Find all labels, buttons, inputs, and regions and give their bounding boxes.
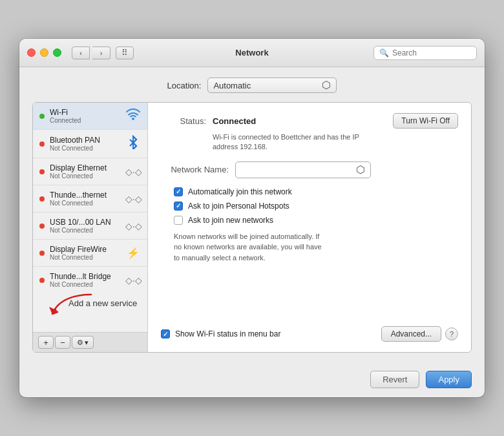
join-new-networks-label: Ask to join new networks [188, 216, 273, 225]
ethernet-icon-1: ◇·◇ [125, 167, 141, 177]
apply-button[interactable]: Apply [426, 371, 472, 388]
sidebar-item-name-wifi: Wi-Fi [50, 108, 120, 117]
status-description: Wi-Fi is connected to Boettcher and has … [213, 132, 458, 152]
location-row: Location: Automatic ⬡ [32, 78, 472, 93]
gear-menu-button[interactable]: ⚙ ▾ [72, 336, 94, 349]
location-select[interactable]: Automatic ⬡ [207, 78, 337, 93]
sidebar-item-info-tb-bridge: Thunde...lt Bridge Not Connected [50, 272, 120, 288]
sidebar-item-bluetooth[interactable]: Bluetooth PAN Not Connected [33, 130, 147, 158]
ethernet-icon-4: ◇·◇ [125, 275, 141, 285]
chevron-down-icon: ⬡ [322, 80, 331, 90]
auto-join-row: Automatically join this network [174, 187, 458, 196]
status-dot-usb-lan [39, 223, 45, 229]
sidebar-item-display-ethernet[interactable]: Display Ethernet Not Connected ◇·◇ [33, 158, 147, 185]
grid-button[interactable]: ⠿ [116, 47, 134, 59]
sidebar-item-name-tb-bridge: Thunde...lt Bridge [50, 272, 120, 281]
sidebar-item-status-bluetooth: Not Connected [50, 145, 120, 152]
show-wifi-label: Show Wi-Fi status in menu bar [175, 329, 280, 338]
advanced-button[interactable]: Advanced... [381, 326, 441, 342]
join-new-networks-checkbox[interactable] [174, 216, 183, 225]
turn-wifi-off-button[interactable]: Turn Wi-Fi Off [393, 113, 458, 129]
sidebar-list: Wi-Fi Connected Bluetooth P [33, 103, 147, 293]
wifi-icon [125, 109, 141, 123]
sidebar-item-usb-lan[interactable]: USB 10/...00 LAN Not Connected ◇·◇ [33, 213, 147, 240]
sidebar-item-status-tb-ethernet: Not Connected [50, 200, 120, 207]
window-title: Network [235, 48, 268, 57]
back-button[interactable]: ‹ [72, 47, 90, 59]
add-service-button[interactable]: + [38, 336, 54, 349]
sidebar-item-name-firewire: Display FireWire [50, 245, 120, 254]
sidebar-item-status-wifi: Connected [50, 117, 120, 124]
chevron-down-icon: ⬡ [356, 163, 365, 176]
content-area: Location: Automatic ⬡ Wi-Fi Connected [19, 67, 485, 363]
status-label: Status: [161, 116, 206, 126]
chevron-down-icon: ▾ [85, 338, 89, 347]
forward-button[interactable]: › [92, 47, 110, 59]
search-input[interactable] [392, 48, 471, 57]
status-row: Status: Connected Turn Wi-Fi Off [161, 113, 458, 129]
sidebar-item-status-usb-lan: Not Connected [50, 227, 120, 234]
auto-join-label: Automatically join this network [188, 187, 292, 196]
status-dot-bluetooth [39, 141, 45, 147]
sidebar-item-name-bluetooth: Bluetooth PAN [50, 136, 120, 145]
footer-buttons: Revert Apply [19, 363, 485, 397]
remove-service-button[interactable]: − [55, 336, 70, 349]
sidebar-item-status-display-ethernet: Not Connected [50, 172, 120, 180]
status-dot-tb-bridge [39, 278, 45, 283]
personal-hotspot-row: Ask to join Personal Hotspots [174, 202, 458, 211]
revert-button[interactable]: Revert [370, 371, 419, 388]
arrow-svg [39, 291, 98, 327]
bottom-row: Show Wi-Fi status in menu bar Advanced..… [161, 320, 458, 342]
network-name-label: Network Name: [161, 165, 229, 174]
titlebar: ‹ › ⠿ Network 🔍 [19, 39, 485, 67]
sidebar-item-name-usb-lan: USB 10/...00 LAN [50, 218, 120, 227]
annotation-area: Add a new service [33, 293, 147, 332]
join-new-networks-row: Ask to join new networks [174, 216, 458, 225]
close-button[interactable] [27, 48, 36, 57]
firewire-icon: ⚡ [125, 247, 141, 259]
network-name-row: Network Name: ⬡ [161, 161, 458, 178]
sidebar-item-wifi[interactable]: Wi-Fi Connected [33, 103, 147, 130]
sidebar-toolbar: + − ⚙ ▾ [33, 332, 147, 352]
sidebar-item-info-bluetooth: Bluetooth PAN Not Connected [50, 136, 120, 152]
known-networks-note: Known networks will be joined automatica… [174, 231, 394, 264]
location-value: Automatic [213, 81, 251, 90]
nav-buttons: ‹ › [72, 47, 110, 59]
bluetooth-icon [125, 135, 141, 152]
sidebar-item-firewire[interactable]: Display FireWire Not Connected ⚡ [33, 240, 147, 267]
sidebar-item-name-display-ethernet: Display Ethernet [50, 163, 120, 172]
sidebar-item-tb-bridge[interactable]: Thunde...lt Bridge Not Connected ◇·◇ [33, 267, 147, 293]
sidebar-item-info-firewire: Display FireWire Not Connected [50, 245, 120, 261]
sidebar-item-thunderbolt-ethernet[interactable]: Thunde...thernet Not Connected ◇·◇ [33, 185, 147, 213]
sidebar-item-info-wifi: Wi-Fi Connected [50, 108, 120, 124]
checkboxes: Automatically join this network Ask to j… [174, 187, 458, 225]
minimize-button[interactable] [40, 48, 48, 57]
maximize-button[interactable] [53, 48, 61, 57]
sidebar-item-info-usb-lan: USB 10/...00 LAN Not Connected [50, 218, 120, 234]
network-name-select[interactable]: ⬡ [235, 161, 371, 178]
auto-join-checkbox[interactable] [174, 187, 183, 196]
grid-icon: ⠿ [121, 48, 128, 57]
gear-icon: ⚙ [77, 338, 83, 347]
ethernet-icon-3: ◇·◇ [125, 221, 141, 231]
status-dot-firewire [39, 251, 45, 256]
status-dot-tb-ethernet [39, 196, 45, 202]
traffic-lights [27, 48, 61, 57]
personal-hotspot-label: Ask to join Personal Hotspots [188, 202, 289, 211]
help-button[interactable]: ? [445, 327, 458, 340]
status-dot-wifi [39, 114, 45, 119]
sidebar-item-info-display-ethernet: Display Ethernet Not Connected [50, 163, 120, 180]
search-box[interactable]: 🔍 [373, 46, 477, 60]
show-wifi-checkbox[interactable] [161, 329, 170, 338]
sidebar-item-status-tb-bridge: Not Connected [50, 281, 120, 288]
sidebar: Wi-Fi Connected Bluetooth P [33, 103, 148, 352]
search-icon: 🔍 [379, 48, 389, 57]
personal-hotspot-checkbox[interactable] [174, 202, 183, 211]
sidebar-item-info-tb-ethernet: Thunde...thernet Not Connected [50, 191, 120, 207]
detail-panel: Status: Connected Turn Wi-Fi Off Wi-Fi i… [148, 103, 471, 352]
status-dot-display-ethernet [39, 169, 45, 174]
location-label: Location: [167, 81, 202, 90]
status-value: Connected [213, 116, 256, 126]
network-window: ‹ › ⠿ Network 🔍 Location: Automatic ⬡ [19, 39, 485, 397]
ethernet-icon-2: ◇·◇ [125, 194, 141, 204]
